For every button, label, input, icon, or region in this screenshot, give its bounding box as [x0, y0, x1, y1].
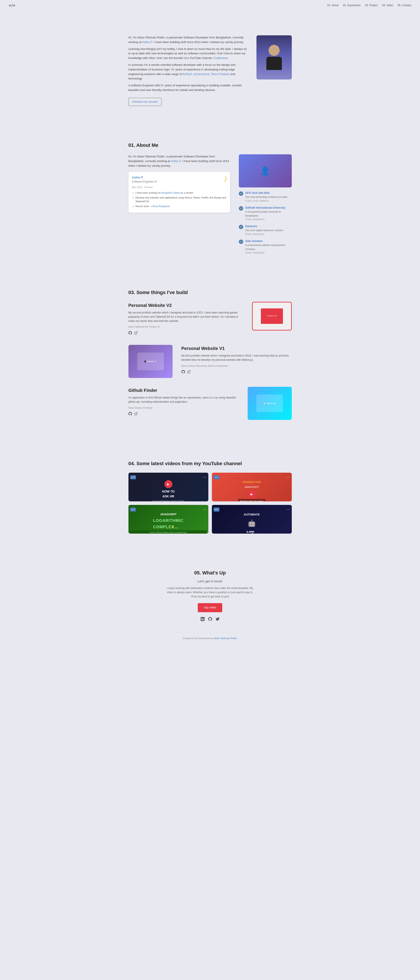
video-3-dots: ⋯	[203, 507, 207, 512]
hero-text: Hi, I'm Abdur Rahman Robin, a passionate…	[129, 35, 248, 106]
project-v2-links	[129, 331, 243, 336]
video-2-header: </> ⋯	[214, 474, 290, 480]
work-point-2: Develop and maintain web applications us…	[135, 196, 226, 204]
video-1-title: HOW TOASK HR	[162, 489, 175, 499]
project-github-external[interactable]	[134, 412, 138, 417]
videos-section: 04. Some latest videos from my YouTube c…	[111, 451, 309, 542]
company-edutechs-loc: Dhaka, Bangladesh	[245, 232, 284, 236]
nav-contact[interactable]: 05. Contact	[398, 4, 411, 7]
video-2-play-btn[interactable]: ▶	[248, 490, 256, 498]
project-v1-external[interactable]	[187, 370, 191, 375]
project-github-image: 📋 Github App	[248, 387, 292, 420]
eshop-banglalink-link[interactable]: eShop Banglalink	[151, 205, 170, 207]
video-3-code-icon: </>	[130, 508, 136, 512]
company-edutechs-name: Edutechs	[245, 224, 284, 229]
video-4-robot-icon: 🤖	[248, 518, 256, 528]
banglalink-digital-link[interactable]: Banglalink Digital	[161, 191, 180, 194]
company-diu-name: Daffodil International University	[245, 206, 292, 210]
work-card-role: Software Engineer III	[132, 180, 226, 184]
codeonces-link[interactable]: Codeonces.	[213, 56, 229, 60]
company-diu-info: Daffodil International University A reco…	[245, 206, 292, 221]
work-point-3: Recent work - eShop Banglalink	[135, 204, 226, 208]
project-row-v1: Personal Website V1 My first portfolio w…	[129, 345, 292, 378]
nav-about[interactable]: 01. About	[327, 4, 339, 7]
about-astha-link[interactable]: Astha IT	[170, 159, 181, 163]
edtech-link[interactable]: EdTech	[183, 72, 192, 76]
about-right-column: 👤 ⚡ OFO Tech Sdn Bhd One-stop technology…	[239, 154, 292, 258]
linkedin-link[interactable]	[200, 617, 205, 623]
twitter-link[interactable]	[216, 617, 220, 623]
projects-section: 03. Some things I've build Personal Webs…	[111, 280, 309, 438]
hero-para-2: Learning new thing(s) isn't my hobby, I …	[129, 47, 248, 60]
telco-link[interactable]: Telco Products	[211, 72, 230, 76]
video-card-2[interactable]: </> ⋯ NUMBER SUM JAVASCRIPT ▶ PROBLEM SO…	[212, 473, 292, 501]
astha-link[interactable]: Astha IT.	[142, 40, 153, 44]
company-gain-loc: Dhaka, Bangladesh	[245, 251, 292, 255]
companies-list: ⚡ OFO Tech Sdn Bhd One-stop technology s…	[239, 191, 292, 255]
project-v2-tags: Astro TailwindCSS Preline UI	[129, 325, 243, 329]
company-gain-name: Gain Solution	[245, 239, 292, 243]
video-3-overlay: </> ⋯ JAVASCRIPT LOGARITHMICCOMPLEX... D…	[129, 505, 208, 534]
hero-para-1: Hi, I'm Abdur Rahman Robin, a passionate…	[129, 35, 248, 45]
hero-para-4: A software Engineer with 5+ years of exp…	[129, 83, 248, 92]
contact-title: 05. What's Up	[129, 569, 292, 577]
work-card-period: Mar 2023 - Present	[132, 185, 226, 189]
ecommerce-link[interactable]: eCommerce	[194, 72, 210, 76]
work-card-astha: ) Astha IT Software Engineer III Mar 202…	[129, 172, 230, 213]
contact-subtitle: Let's get in touch	[129, 579, 292, 584]
company-diu: ⚡ Daffodil International University A re…	[239, 206, 292, 221]
hero-photo	[256, 35, 292, 80]
company-diu-icon: ⚡	[239, 206, 243, 211]
person-head-shape	[269, 45, 280, 56]
projects-title: 03. Some things I've build	[129, 288, 292, 296]
navigation: </> 01. About 02. Experience 03. Project…	[0, 0, 420, 11]
video-4-header: </> ⋯	[214, 507, 290, 512]
company-ofo-name: OFO Tech Sdn Bhd	[245, 191, 288, 195]
footer-author-link[interactable]: Abdur Rahman Robin	[214, 637, 237, 640]
about-intro: Hi, I'm Abdur Rahman Robin, a passionate…	[129, 154, 230, 168]
project-v1-info: Personal Website V1 My first portfolio w…	[181, 345, 292, 375]
company-ofo-desc: One-stop technology solutions provider.	[245, 195, 288, 199]
video-card-4[interactable]: </> ⋯ AUTOMATE 🤖 র ফেলুনবিরক্তিকরকাজগুলো	[212, 505, 292, 534]
video-2-bottom: PROBLEM SOLVING	[238, 499, 265, 501]
company-gain-desc: A professional software development comp…	[245, 243, 292, 251]
work-card-company: Astha IT	[132, 175, 226, 180]
video-1-header: </> ⋯	[130, 474, 207, 480]
nav-experience[interactable]: 02. Experience	[343, 4, 361, 7]
company-ofo: ⚡ OFO Tech Sdn Bhd One-stop technology s…	[239, 191, 292, 203]
project-v2-image: Portfolio Site	[252, 302, 292, 331]
video-3-title: LOGARITHMICCOMPLEX...	[153, 517, 184, 530]
resume-button[interactable]: Checkout my resume!	[129, 98, 162, 106]
about-left-column: Hi, I'm Abdur Rahman Robin, a passionate…	[129, 154, 230, 258]
nav-video[interactable]: 04. Video	[382, 4, 393, 7]
video-2-bangla: NUMBER SUM	[243, 480, 261, 484]
company-ofo-info: OFO Tech Sdn Bhd One-stop technology sol…	[245, 191, 288, 203]
video-card-3[interactable]: </> ⋯ JAVASCRIPT LOGARITHMICCOMPLEX... D…	[129, 505, 208, 534]
github-link[interactable]	[208, 617, 212, 623]
video-1-play-btn[interactable]: ▶	[164, 480, 172, 488]
project-v1-github[interactable]	[181, 370, 185, 375]
company-edutechs-icon: ⚡	[239, 225, 243, 229]
project-github-repo[interactable]	[129, 412, 132, 417]
about-photo: 👤	[239, 154, 292, 188]
project-v2-github[interactable]	[129, 331, 132, 336]
project-v2-external[interactable]	[134, 331, 138, 336]
video-4-overlay: </> ⋯ AUTOMATE 🤖 র ফেলুনবিরক্তিকরকাজগুলো	[212, 505, 292, 534]
video-1-code-icon: </>	[130, 475, 136, 479]
person-body-shape	[266, 57, 282, 70]
videos-grid: </> ⋯ ▶ HOW TOASK HR AS A SOFTWARE DEVEL…	[129, 473, 292, 534]
hero-para-3: In summary I'm a results-oriented softwa…	[129, 63, 248, 81]
company-edutechs-desc: One click digital classroom solution.	[245, 229, 284, 232]
video-2-lang: JAVASCRIPT	[244, 485, 259, 489]
nav-project[interactable]: 03. Project	[365, 4, 378, 7]
nav-logo: </>	[9, 3, 15, 8]
project-github-info: Github Finder An application to find Git…	[129, 387, 239, 417]
video-3-header: </> ⋯	[130, 507, 207, 512]
video-card-1[interactable]: </> ⋯ ▶ HOW TOASK HR AS A SOFTWARE DEVEL…	[129, 473, 208, 501]
project-v1-title: Personal Website V1	[181, 345, 292, 352]
say-hello-button[interactable]: Say Hello	[198, 603, 223, 612]
project-v2-title: Personal Website V2	[129, 302, 243, 309]
project-v1-links	[181, 370, 292, 375]
project-v1-tags: Next.js React-Bootstrap styled-component…	[181, 364, 292, 368]
video-3-bottom-bar: DATA STRUCTURES AND ALGORITHMS	[130, 530, 207, 534]
